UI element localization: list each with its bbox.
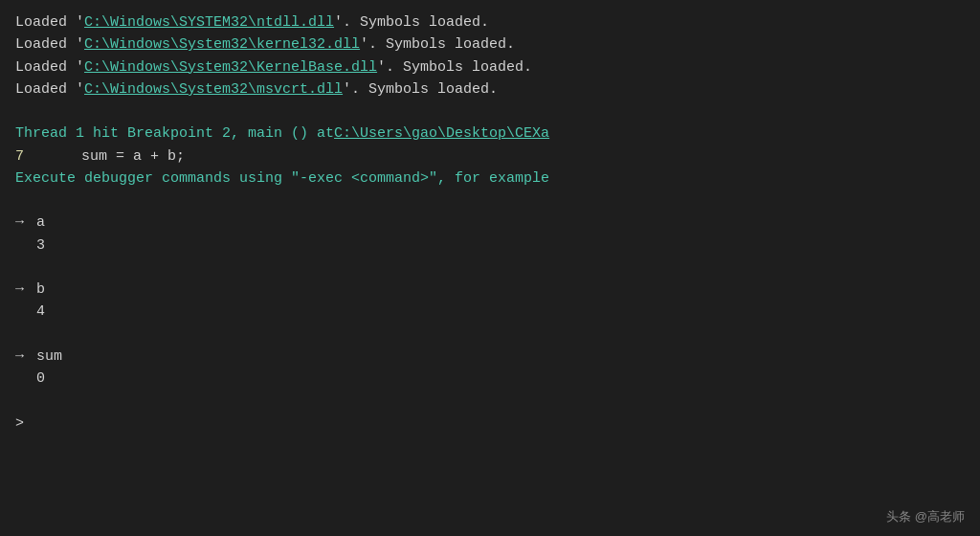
blank-line-5 <box>15 390 965 412</box>
debug-val-a: 3 <box>36 234 45 257</box>
debug-val-b: 4 <box>36 301 45 323</box>
loaded-prefix-4: Loaded ' <box>15 78 84 100</box>
debug-label-b: b <box>36 279 45 301</box>
blank-line-4 <box>15 324 965 346</box>
debug-item-sum-arrow: → sum <box>15 346 965 368</box>
debug-item-b-arrow: → b <box>15 279 965 301</box>
loaded-link-1: C:\Windows\SYSTEM32\ntdll.dll <box>84 11 334 34</box>
breakpoint-link: C:\Users\gao\Desktop\CEXa <box>334 123 549 145</box>
debug-label-sum: sum <box>36 346 62 368</box>
breakpoint-text: Thread 1 hit Breakpoint 2, main () at <box>15 123 334 145</box>
prompt-gt-icon: > <box>15 413 24 435</box>
debug-label-a: a <box>36 212 45 234</box>
loaded-link-3: C:\Windows\System32\KernelBase.dll <box>84 56 377 78</box>
debug-value-a: 3 <box>15 234 965 257</box>
blank-line-2 <box>15 190 965 212</box>
loaded-suffix-1: '. Symbols loaded. <box>334 11 489 34</box>
loaded-link-2: C:\Windows\System32\kernel32.dll <box>84 34 360 56</box>
loaded-line-2: Loaded 'C:\Windows\System32\kernel32.dll… <box>15 34 965 56</box>
debug-item-a-arrow: → a <box>15 212 965 234</box>
loaded-line-4: Loaded 'C:\Windows\System32\msvcrt.dll'.… <box>15 78 965 100</box>
prompt-line[interactable]: > <box>15 413 965 435</box>
loaded-link-4: C:\Windows\System32\msvcrt.dll <box>84 78 343 100</box>
loaded-suffix-3: '. Symbols loaded. <box>377 56 532 78</box>
loaded-suffix-4: '. Symbols loaded. <box>343 78 498 100</box>
loaded-prefix-2: Loaded ' <box>15 34 84 56</box>
arrow-icon-sum: → <box>15 346 29 368</box>
exec-message: Execute debugger commands using "-exec <… <box>15 168 549 190</box>
debug-value-b: 4 <box>15 301 965 323</box>
code-line-number: 7 <box>15 145 24 168</box>
loaded-line-1: Loaded 'C:\Windows\SYSTEM32\ntdll.dll'. … <box>15 11 965 34</box>
loaded-line-3: Loaded 'C:\Windows\System32\KernelBase.d… <box>15 56 965 78</box>
watermark: 头条 @高老师 <box>886 507 965 526</box>
loaded-prefix-3: Loaded ' <box>15 56 84 78</box>
code-content: sum = a + b; <box>81 145 185 168</box>
exec-message-line: Execute debugger commands using "-exec <… <box>15 168 965 190</box>
code-line: 7sum = a + b; <box>15 145 965 168</box>
debug-value-sum: 0 <box>15 368 965 390</box>
loaded-prefix-1: Loaded ' <box>15 11 84 34</box>
terminal-output: Loaded 'C:\Windows\SYSTEM32\ntdll.dll'. … <box>0 0 980 536</box>
debug-val-sum: 0 <box>36 368 45 390</box>
arrow-icon-b: → <box>15 279 29 301</box>
blank-line-3 <box>15 257 965 279</box>
blank-line-1 <box>15 100 965 123</box>
arrow-icon-a: → <box>15 212 29 234</box>
loaded-suffix-2: '. Symbols loaded. <box>360 34 515 56</box>
breakpoint-line: Thread 1 hit Breakpoint 2, main () at C:… <box>15 123 965 145</box>
